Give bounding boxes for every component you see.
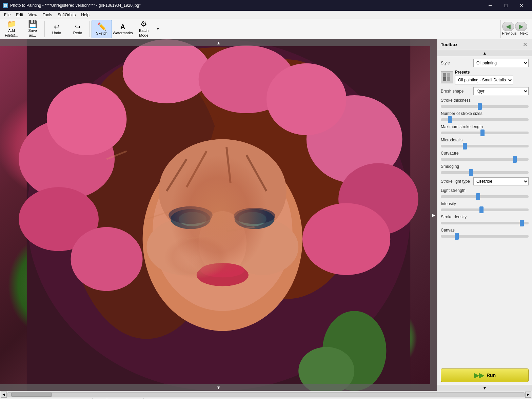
- next-button[interactable]: ▶: [515, 22, 527, 31]
- close-button[interactable]: ✕: [514, 0, 529, 11]
- menu-bar: File Edit View Tools SoftOrbits Help: [0, 11, 532, 19]
- window-controls: ─ □ ✕: [482, 0, 529, 11]
- save-as-button[interactable]: 💾 Saveas...: [22, 20, 43, 38]
- run-button[interactable]: ▶▶ Run: [441, 368, 529, 382]
- canvas-track[interactable]: [441, 234, 529, 239]
- intensity-thumb[interactable]: [479, 206, 484, 213]
- toolbox-scroll-up[interactable]: ▲: [437, 50, 532, 56]
- redo-button[interactable]: ↪ Redo: [67, 20, 88, 38]
- previous-button[interactable]: ◀: [502, 22, 514, 31]
- horizontal-scrollbar: ◀ ▶: [0, 391, 532, 398]
- stroke-thickness-label: Stroke thickness: [441, 98, 529, 103]
- menu-softorbits[interactable]: SoftOrbits: [55, 11, 78, 19]
- microdetails-track[interactable]: [441, 143, 529, 149]
- stroke-light-type-label: Stroke light type: [441, 179, 471, 184]
- menu-help[interactable]: Help: [78, 11, 92, 19]
- num-stroke-sizes-label: Number of stroke sizes: [441, 111, 529, 116]
- smudging-section: Smudging: [441, 164, 529, 175]
- scroll-right-button[interactable]: ▶: [430, 46, 437, 384]
- menu-view[interactable]: View: [26, 11, 40, 19]
- batch-mode-button[interactable]: ⚙ BatchMode: [134, 20, 154, 38]
- toolbox-scroll-down[interactable]: ▼: [437, 385, 532, 391]
- light-strength-thumb[interactable]: [476, 193, 480, 200]
- canvas-label: Canvas: [441, 228, 529, 233]
- watermarks-button[interactable]: A Watermarks: [113, 20, 133, 38]
- canvas-area[interactable]: ▲: [0, 39, 437, 391]
- undo-icon: ↩: [54, 23, 60, 30]
- scroll-track[interactable]: [7, 392, 525, 397]
- presets-select[interactable]: Oil painting - Small Details: [455, 76, 513, 84]
- num-stroke-sizes-section: Number of stroke sizes: [441, 111, 529, 122]
- stroke-light-type-select[interactable]: Светлое: [473, 177, 529, 185]
- stroke-thickness-thumb[interactable]: [478, 103, 482, 110]
- stroke-density-track[interactable]: [441, 220, 529, 226]
- curvature-track[interactable]: [441, 157, 529, 162]
- light-strength-track[interactable]: [441, 194, 529, 199]
- smudging-track[interactable]: [441, 170, 529, 175]
- next-arrow-icon: ▶: [519, 23, 524, 30]
- minimize-button[interactable]: ─: [482, 0, 498, 11]
- presets-section: Presets Oil painting - Small Details: [441, 70, 529, 84]
- menu-file[interactable]: File: [1, 11, 13, 19]
- max-stroke-length-track[interactable]: [441, 130, 529, 136]
- stroke-density-thumb[interactable]: [520, 220, 524, 226]
- intensity-track[interactable]: [441, 207, 529, 213]
- sketch-label: Sketch: [96, 31, 107, 35]
- maximize-button[interactable]: □: [498, 0, 514, 11]
- watermarks-icon: A: [120, 23, 125, 30]
- save-icon: 💾: [28, 20, 37, 28]
- toolbox-header: Toolbox ✕: [437, 39, 532, 50]
- style-label: Style: [441, 61, 471, 65]
- brush-shape-label: Brush shape: [441, 89, 471, 94]
- scroll-left-button[interactable]: ◀: [1, 392, 7, 398]
- brush-shape-select[interactable]: Круг: [473, 87, 529, 95]
- scroll-up-icon: ▲: [216, 40, 221, 45]
- curvature-label: Curvature: [441, 151, 529, 156]
- brush-shape-row: Brush shape Круг: [441, 87, 529, 95]
- curvature-thumb[interactable]: [513, 156, 517, 163]
- toolbar: 📁 AddFile(s)... 💾 Saveas... ↩ Undo ↪ Red…: [0, 19, 532, 39]
- nav-area: ◀ ▶ Previous Next: [500, 20, 529, 38]
- toolbox-panel: Toolbox ✕ ▲ Style Oil painting: [437, 39, 532, 391]
- separator-2: [90, 21, 90, 37]
- max-stroke-length-label: Maximum stroke length: [441, 124, 529, 129]
- undo-button[interactable]: ↩ Undo: [46, 20, 67, 38]
- batch-icon: ⚙: [140, 20, 147, 28]
- intensity-section: Intensity: [441, 201, 529, 213]
- style-select[interactable]: Oil painting: [473, 59, 529, 67]
- scroll-right-btn[interactable]: ▶: [525, 392, 531, 398]
- max-stroke-length-section: Maximum stroke length: [441, 124, 529, 136]
- add-files-button[interactable]: 📁 AddFile(s)...: [1, 20, 22, 38]
- stroke-density-section: Stroke density: [441, 215, 529, 226]
- status-bar: ◀ ▶ ⊞ − + Time (s): 182.9 JPG ( 1920x127…: [0, 398, 532, 399]
- svg-rect-42: [447, 77, 450, 81]
- scroll-handle[interactable]: [11, 393, 52, 397]
- window-title: Photo to Painting - ****Unregistered ver…: [10, 3, 141, 8]
- intensity-label: Intensity: [441, 201, 529, 206]
- toolbox-close-button[interactable]: ✕: [521, 41, 529, 48]
- painting-overlay: [0, 39, 437, 391]
- microdetails-section: Microdetails: [441, 138, 529, 149]
- microdetails-thumb[interactable]: [463, 143, 467, 149]
- undo-label: Undo: [52, 31, 61, 35]
- scroll-up-button[interactable]: ▲: [0, 39, 437, 46]
- num-stroke-sizes-track[interactable]: [441, 117, 529, 122]
- svg-rect-40: [447, 73, 450, 77]
- prev-arrow-icon: ◀: [506, 23, 511, 30]
- num-stroke-sizes-thumb[interactable]: [448, 116, 452, 123]
- stroke-thickness-track[interactable]: [441, 104, 529, 109]
- menu-tools[interactable]: Tools: [40, 11, 55, 19]
- sketch-button[interactable]: ✏️ Sketch: [92, 20, 112, 38]
- style-row: Style Oil painting: [441, 59, 529, 67]
- canvas-thumb[interactable]: [455, 233, 459, 240]
- run-label: Run: [487, 373, 496, 378]
- add-files-icon: 📁: [7, 20, 16, 28]
- max-stroke-length-thumb[interactable]: [480, 129, 485, 136]
- scroll-down-button[interactable]: ▼: [0, 384, 437, 391]
- microdetails-label: Microdetails: [441, 138, 529, 142]
- toolbox-body: Style Oil painting Presets: [437, 56, 532, 366]
- menu-edit[interactable]: Edit: [13, 11, 26, 19]
- more-button[interactable]: ▾: [155, 20, 161, 38]
- smudging-thumb[interactable]: [469, 169, 473, 176]
- stroke-light-type-row: Stroke light type Светлое: [441, 177, 529, 185]
